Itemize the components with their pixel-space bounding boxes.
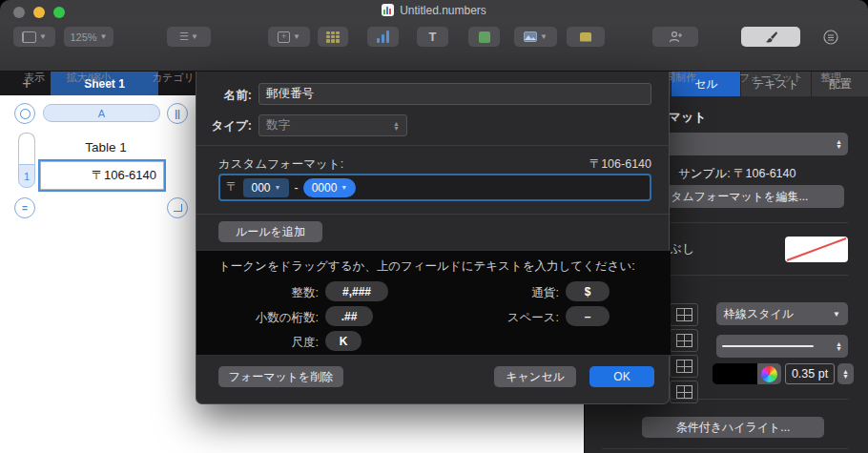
token-text: #,### — [342, 285, 371, 299]
cancel-button[interactable]: キャンセル — [494, 366, 576, 387]
fill-color-well[interactable] — [785, 237, 848, 262]
token-tray-hint: トークンをドラッグするか、上のフィールドにテキストを入力してください: — [218, 258, 635, 275]
add-rule-button[interactable]: ルールを追加 — [218, 221, 322, 242]
integer-token[interactable]: #,### — [325, 281, 388, 301]
border-grid-icon — [676, 385, 692, 399]
stroke-width-stepper[interactable]: ▲▼ — [837, 363, 854, 384]
equals-icon: = — [22, 203, 28, 214]
delete-format-button[interactable]: フォーマットを削除 — [218, 366, 343, 387]
color-swatch-black — [713, 363, 757, 384]
border-target-button[interactable] — [670, 329, 698, 352]
decimals-label: 小数の桁数: — [223, 310, 319, 326]
ok-button[interactable]: OK — [589, 366, 654, 387]
insert-plus-icon: + — [278, 31, 290, 43]
chevron-down-icon: ▼ — [100, 33, 108, 41]
border-target-button[interactable] — [670, 381, 698, 403]
organize-button[interactable] — [810, 27, 852, 47]
ring-icon — [20, 109, 31, 119]
border-style-dropdown[interactable]: 枠線スタイル ▼ — [716, 302, 848, 325]
space-token[interactable]: – — [566, 306, 610, 326]
scale-token[interactable]: K — [325, 331, 362, 351]
column-options-button[interactable]: || — [167, 103, 188, 124]
chevron-down-icon: ▼ — [275, 184, 281, 191]
currency-label: 通貨: — [464, 285, 559, 301]
updown-chevrons-icon: ▲▼ — [836, 341, 842, 351]
token-text: – — [585, 310, 591, 323]
edit-custom-format-label: カスタムフォーマットを編集... — [648, 189, 809, 205]
selected-cell[interactable]: 〒106-6140 — [40, 161, 164, 190]
color-wheel-button[interactable] — [757, 363, 781, 384]
zoom-button[interactable]: 125% ▼ — [64, 27, 114, 47]
format-button[interactable] — [741, 27, 800, 47]
updown-chevrons-icon: ▲▼ — [393, 121, 400, 131]
shape-button[interactable] — [468, 27, 500, 47]
token-text: 0000 — [312, 181, 338, 195]
border-grid-icon — [676, 360, 692, 373]
updown-chevrons-icon: ▲▼ — [836, 139, 842, 149]
token-text: 000 — [252, 181, 271, 195]
add-rule-label: ルールを追加 — [236, 224, 305, 240]
row-options-button[interactable]: = — [14, 197, 35, 218]
view-button[interactable]: ▼ — [13, 27, 55, 47]
border-grid-icon — [676, 334, 692, 347]
space-label: スペース: — [464, 310, 559, 326]
format-token-field[interactable]: 〒 000 ▼ - 0000 ▼ — [218, 174, 651, 201]
organize-icon — [823, 30, 838, 45]
decimals-token[interactable]: .## — [325, 306, 373, 326]
collaborate-button[interactable] — [652, 27, 698, 47]
media-button[interactable]: ▼ — [514, 27, 557, 47]
column-header-label: A — [98, 108, 105, 119]
insert-button[interactable]: + ▼ — [268, 27, 310, 47]
row-handle-bar[interactable] — [18, 133, 35, 164]
collaborate-person-icon — [668, 31, 683, 43]
format-label: フォーマット — [739, 71, 802, 85]
color-wheel-icon — [761, 366, 777, 382]
border-target-button[interactable] — [670, 355, 698, 378]
stroke-width-field[interactable]: 0.35 pt — [785, 363, 835, 384]
custom-format-label: カスタムフォーマット: — [218, 156, 343, 173]
row-header-label: 1 — [24, 171, 30, 182]
table-resize-button[interactable] — [167, 197, 188, 218]
text-icon: T — [429, 30, 437, 44]
window-title: Untitled.numbers — [0, 4, 868, 17]
comment-button[interactable] — [567, 27, 605, 47]
name-value: 郵便番号 — [266, 86, 314, 102]
chart-button[interactable] — [367, 27, 399, 47]
conditional-highlight-button[interactable]: 条件付きハイライト... — [642, 417, 824, 438]
add-category-button[interactable]: ☰ ▼ — [167, 27, 211, 47]
cancel-label: キャンセル — [506, 369, 564, 385]
line-style-dropdown[interactable]: ▲▼ — [716, 335, 848, 358]
name-label: 名前: — [196, 88, 252, 104]
row-header-1[interactable]: 1 — [18, 164, 35, 188]
divider — [602, 448, 848, 449]
window-title-text: Untitled.numbers — [400, 4, 486, 17]
shape-icon — [479, 31, 490, 43]
name-field[interactable]: 郵便番号 — [258, 83, 651, 105]
postal-mark-prefix: 〒 — [226, 179, 238, 196]
table-button[interactable] — [318, 27, 348, 47]
stroke-color-well[interactable] — [713, 363, 781, 384]
chevron-down-icon: ▼ — [341, 184, 347, 191]
token-tray: トークンをドラッグするか、上のフィールドにテキストを入力してください: 整数: … — [196, 250, 671, 356]
view-label: 表示 — [6, 71, 63, 85]
border-target-button[interactable] — [670, 303, 698, 326]
table-handle-button[interactable] — [14, 103, 35, 124]
title-bar: Untitled.numbers — [0, 0, 868, 21]
token-text: $ — [585, 285, 591, 299]
scale-label: 尺度: — [223, 335, 319, 351]
toolbar: ▼ 表示 125% ▼ 拡大/縮小 ☰ ▼ カテゴリを追加 + ▼ 挿入 表 グ… — [0, 21, 868, 72]
comment-icon — [580, 32, 591, 42]
divider — [196, 214, 671, 215]
list-icon: ☰ — [179, 31, 188, 43]
chart-icon — [377, 31, 389, 43]
type-value: 数字 — [266, 117, 290, 134]
currency-token[interactable]: $ — [566, 281, 610, 301]
type-dropdown[interactable]: 数字 ▲▼ — [258, 114, 407, 136]
conditional-highlight-label: 条件付きハイライト... — [676, 420, 791, 436]
digits-token-000[interactable]: 000 ▼ — [243, 178, 290, 197]
table-title[interactable]: Table 1 — [48, 140, 164, 154]
column-header-a[interactable]: A — [43, 104, 160, 122]
organize-label: 整理 — [810, 71, 852, 85]
digits-token-0000[interactable]: 0000 ▼ — [303, 178, 357, 197]
text-button[interactable]: T — [417, 27, 448, 47]
